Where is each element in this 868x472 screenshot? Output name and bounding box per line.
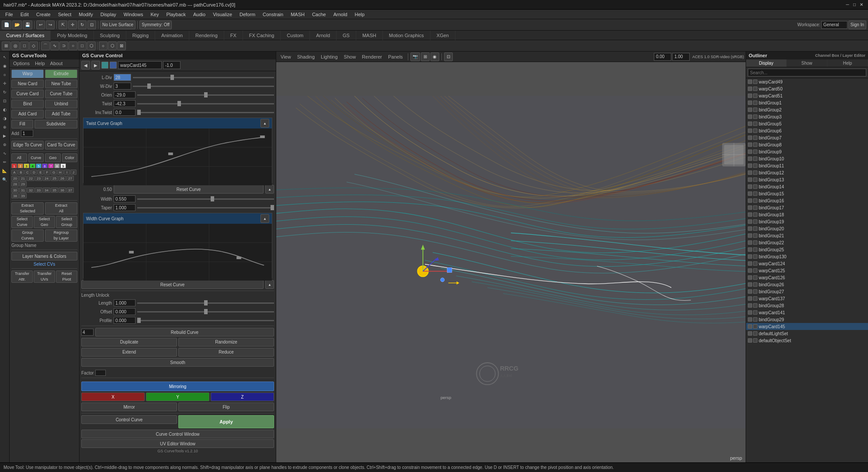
snap-surface-btn[interactable]: ◇ — [29, 42, 38, 50]
outliner-item[interactable]: bindGroup28 — [746, 302, 868, 309]
select-tool-btn[interactable]: ⇱ — [59, 21, 67, 29]
vp-menu-panels[interactable]: Panels — [385, 53, 406, 60]
geo-tab[interactable]: Geo — [45, 153, 61, 162]
letter-i[interactable]: I — [64, 170, 70, 175]
duplicate-btn[interactable]: Duplicate — [81, 338, 177, 347]
orien-slider[interactable] — [137, 94, 274, 96]
tab-animation[interactable]: Animation — [155, 31, 189, 40]
outliner-vis-icon[interactable] — [748, 296, 752, 301]
outliner-vis-icon[interactable] — [748, 317, 752, 322]
menu-audio[interactable]: Audio — [190, 11, 209, 18]
menu-file[interactable]: File — [2, 11, 17, 18]
outliner-item[interactable]: warpCard141 — [746, 309, 868, 316]
outliner-item[interactable]: warpCard49 — [746, 78, 868, 85]
outliner-render-icon[interactable] — [753, 163, 757, 168]
search-icon-btn[interactable]: 🔍 — [1, 176, 9, 184]
menu-edit[interactable]: Edit — [17, 11, 32, 18]
outliner-item[interactable]: bindGroup25 — [746, 246, 868, 253]
taper-input[interactable] — [114, 204, 135, 211]
twist-input[interactable] — [114, 100, 135, 107]
factor-input[interactable] — [95, 370, 106, 376]
outliner-render-icon[interactable] — [753, 191, 757, 196]
snap-curve-btn[interactable]: ◎ — [11, 42, 20, 50]
outliner-item[interactable]: bindGroup9 — [746, 148, 868, 155]
render-btn[interactable]: ▶ — [1, 132, 9, 140]
menu-windows[interactable]: Windows — [120, 11, 147, 18]
outliner-render-icon[interactable] — [753, 184, 757, 189]
outliner-vis-icon[interactable] — [748, 142, 752, 147]
color-2[interactable]: 2 — [17, 163, 23, 168]
symmetry-btn[interactable]: Symmetry: Off — [139, 21, 172, 29]
tab-custom[interactable]: Custom — [281, 31, 310, 40]
outliner-vis-icon[interactable] — [748, 331, 752, 336]
tab-rendering[interactable]: Rendering — [189, 31, 224, 40]
num-33[interactable]: 33 — [35, 187, 42, 193]
reset-curve-expand-2[interactable]: ▲ — [265, 280, 274, 289]
nav-right-btn[interactable]: ▶ — [91, 61, 100, 69]
unbind-button[interactable]: Unbind — [45, 100, 77, 108]
curve-tube-button[interactable]: Curve Tube — [45, 90, 77, 98]
tab-gs[interactable]: GS — [337, 31, 356, 40]
scale-tool-btn[interactable]: ⊡ — [87, 21, 96, 29]
curve-btn-1[interactable]: ⌒ — [41, 42, 50, 50]
num-32[interactable]: 32 — [27, 187, 35, 193]
menu-visualize[interactable]: Visualize — [209, 11, 236, 18]
outliner-render-icon[interactable] — [753, 115, 757, 119]
viewport-content[interactable]: persp RRCG 人人素材 persp — [276, 62, 746, 462]
vp-smooth-btn[interactable]: ◉ — [431, 52, 439, 61]
add-card-button[interactable]: Add Card — [11, 110, 44, 118]
menu-cache[interactable]: Cache — [309, 11, 330, 18]
outliner-render-icon[interactable] — [753, 149, 757, 154]
no-live-surface-btn[interactable]: No Live Surface — [100, 21, 135, 29]
num-22[interactable]: 22 — [27, 176, 35, 181]
twist-slider[interactable] — [137, 103, 274, 104]
reset-pivot-btn[interactable]: Reset Pivot — [56, 271, 77, 283]
transfer-uvs-btn[interactable]: Transfer UVs — [34, 271, 55, 283]
search-input[interactable] — [748, 69, 866, 76]
orien-input[interactable] — [114, 91, 135, 98]
deform-btn[interactable]: ⊚ — [1, 141, 9, 149]
outliner-item[interactable]: bindGroup17 — [746, 204, 868, 211]
tab-mash[interactable]: MASH — [356, 31, 383, 40]
outliner-vis-icon[interactable] — [748, 128, 752, 133]
outliner-render-icon[interactable] — [753, 303, 757, 308]
menu-deform[interactable]: Deform — [236, 11, 259, 18]
curve-btn-2[interactable]: ∿ — [50, 42, 59, 50]
tab-rigging[interactable]: Rigging — [126, 31, 155, 40]
num-38[interactable]: 38 — [11, 193, 19, 198]
outliner-item[interactable]: bindGroup7 — [746, 134, 868, 141]
card-to-curve-button[interactable]: Card To Curve — [45, 141, 77, 149]
outliner-vis-icon[interactable] — [748, 156, 752, 161]
vp-menu-renderer[interactable]: Renderer — [359, 53, 385, 60]
add-tube-button[interactable]: Add Tube — [45, 110, 77, 118]
outliner-item[interactable]: bindGroup19 — [746, 218, 868, 225]
new-tube-button[interactable]: New Tube — [45, 80, 77, 88]
outliner-render-icon[interactable] — [753, 331, 757, 336]
open-btn[interactable]: 📂 — [12, 21, 22, 29]
outliner-item[interactable]: bindGroup1 — [746, 99, 868, 106]
outliner-item[interactable]: bindGroup14 — [746, 183, 868, 190]
outliner-vis-icon[interactable] — [748, 198, 752, 203]
menu-arnold[interactable]: Arnold — [330, 11, 351, 18]
outliner-item[interactable]: bindGroup15 — [746, 190, 868, 197]
wdiv-input[interactable] — [114, 83, 131, 90]
select-group-btn[interactable]: Select Group — [56, 216, 77, 228]
select-curve-btn[interactable]: Select Curve — [11, 216, 33, 228]
menu-display[interactable]: Display — [97, 11, 120, 18]
ldiv-input[interactable] — [114, 74, 131, 81]
tab-curves-surfaces[interactable]: Curves / Surfaces — [0, 31, 51, 40]
outliner-item[interactable]: bindGroup2 — [746, 106, 868, 113]
num-21[interactable]: 21 — [19, 176, 27, 181]
profile-input[interactable] — [114, 317, 135, 324]
outliner-vis-icon[interactable] — [748, 247, 752, 252]
smooth-btn[interactable]: Smooth — [81, 358, 274, 367]
outliner-vis-icon[interactable] — [748, 338, 752, 343]
outliner-render-icon[interactable] — [753, 128, 757, 133]
outliner-vis-icon[interactable] — [748, 219, 752, 224]
menu-mash[interactable]: MASH — [287, 11, 308, 18]
outliner-render-icon[interactable] — [753, 198, 757, 203]
outliner-item[interactable]: bindGroup12 — [746, 169, 868, 176]
x-btn[interactable]: X — [81, 392, 145, 401]
menu-create[interactable]: Create — [33, 11, 54, 18]
redo-btn[interactable]: ↪ — [46, 21, 55, 29]
